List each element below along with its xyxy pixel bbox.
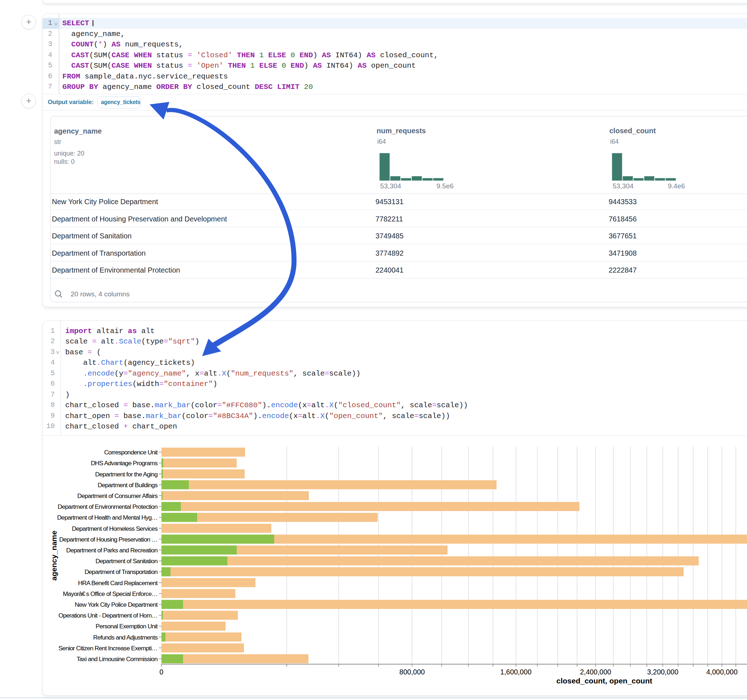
- svg-text:num_requests: num_requests: [377, 127, 426, 135]
- svg-text:Department of Buildings: Department of Buildings: [98, 481, 158, 489]
- svg-text:2222847: 2222847: [609, 266, 637, 274]
- svg-text:Operations Unit - Department o: Operations Unit - Department of Hom…: [58, 612, 157, 619]
- svg-text:3677651: 3677651: [609, 232, 637, 240]
- svg-text:Department of Parks and Recrea: Department of Parks and Recreation: [66, 547, 157, 554]
- svg-text:20 rows, 4 columns: 20 rows, 4 columns: [71, 290, 130, 298]
- svg-text:53,304: 53,304: [380, 182, 401, 190]
- svg-text:Department of Homeless Service: Department of Homeless Services: [72, 525, 158, 532]
- svg-text:7782211: 7782211: [375, 215, 403, 223]
- svg-text:4,000,000: 4,000,000: [706, 668, 738, 676]
- svg-text:Department of Environmental Pr: Department of Environmental Protection: [52, 266, 180, 274]
- svg-text:Personal Exemption Unit: Personal Exemption Unit: [95, 623, 158, 630]
- svg-text:53,304: 53,304: [612, 182, 634, 190]
- svg-text:3774892: 3774892: [375, 249, 404, 257]
- svg-text:Refunds and Adjustments: Refunds and Adjustments: [93, 634, 158, 641]
- svg-text:3471908: 3471908: [609, 249, 637, 257]
- svg-text:str: str: [54, 138, 61, 145]
- svg-text:Department of Environmental Pr: Department of Environmental Protection: [57, 503, 157, 510]
- svg-text:i64: i64: [610, 138, 619, 145]
- svg-text:agency_name: agency_name: [50, 531, 58, 581]
- svg-text:agency_name: agency_name: [54, 127, 101, 135]
- svg-text:Department of Sanitation: Department of Sanitation: [95, 557, 157, 564]
- svg-text:2240041: 2240041: [375, 266, 404, 274]
- svg-text:9.5e6: 9.5e6: [436, 182, 454, 190]
- svg-text:Department of Housing Preserva: Department of Housing Preservation …: [59, 536, 157, 543]
- svg-text:nulls: 0: nulls: 0: [54, 158, 75, 165]
- svg-text:9.4e6: 9.4e6: [668, 182, 685, 190]
- svg-text:HRA Benefit Card Replacement: HRA Benefit Card Replacement: [78, 579, 158, 587]
- svg-text:closed_count, open_count: closed_count, open_count: [556, 677, 652, 685]
- svg-text:DHS Advantage Programs: DHS Advantage Programs: [91, 459, 158, 467]
- svg-text:800,000: 800,000: [399, 668, 425, 676]
- svg-text:New York City Police Departmen: New York City Police Department: [52, 198, 158, 206]
- svg-text:i64: i64: [377, 138, 386, 145]
- svg-text:7618456: 7618456: [609, 215, 637, 223]
- svg-text:Department of Sanitation: Department of Sanitation: [52, 232, 132, 240]
- svg-text:3,200,000: 3,200,000: [647, 668, 679, 676]
- svg-text:Department of Transportation: Department of Transportation: [85, 568, 158, 575]
- svg-text:unique: 20: unique: 20: [54, 150, 84, 157]
- svg-text:Taxi and Limousine Commission: Taxi and Limousine Commission: [76, 655, 157, 662]
- svg-text:9453131: 9453131: [375, 198, 404, 206]
- svg-text:Department for the Aging: Department for the Aging: [95, 471, 157, 478]
- svg-text:Department of Health and Menta: Department of Health and Mental Hyg…: [57, 514, 157, 521]
- svg-text:Department of Transportation: Department of Transportation: [52, 249, 145, 257]
- svg-text:0: 0: [160, 668, 163, 676]
- svg-text:2,400,000: 2,400,000: [580, 668, 611, 676]
- svg-text:3749485: 3749485: [375, 232, 404, 240]
- svg-text:closed_count: closed_count: [609, 127, 656, 135]
- svg-text:Mayorâ€ s Office of Special En: Mayorâ€ s Office of Special Enforce…: [63, 590, 158, 597]
- svg-text:Correspondence Unit: Correspondence Unit: [104, 449, 158, 456]
- svg-text:9443533: 9443533: [609, 198, 637, 206]
- svg-text:New York City Police Departmen: New York City Police Department: [75, 601, 158, 608]
- svg-text:Department of Housing Preserva: Department of Housing Preservation and D…: [52, 215, 227, 223]
- svg-text:Senior Citizen Rent Increase E: Senior Citizen Rent Increase Exempti…: [58, 644, 157, 652]
- svg-text:1,600,000: 1,600,000: [500, 668, 532, 676]
- svg-text:Department of Consumer Affairs: Department of Consumer Affairs: [77, 492, 158, 499]
